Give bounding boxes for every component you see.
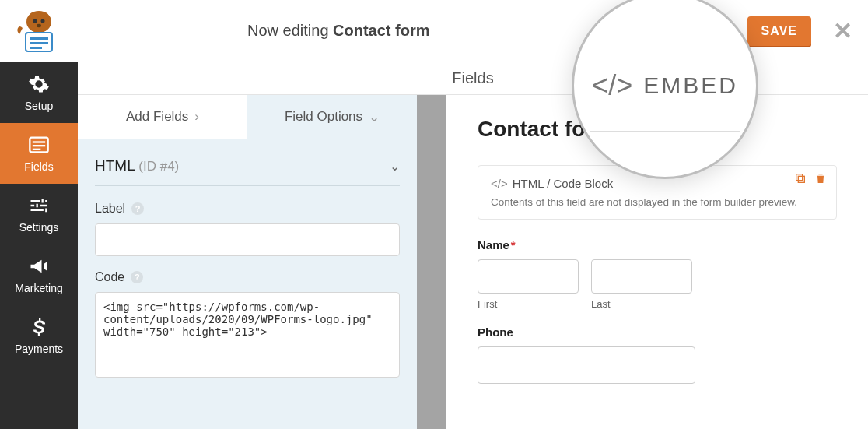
sidebar-item-label: Setup bbox=[25, 100, 54, 112]
phone-label: Phone bbox=[478, 325, 513, 339]
code-field-label: Code ? bbox=[95, 270, 400, 284]
first-name-input[interactable] bbox=[478, 259, 579, 294]
editing-title: Now editing Contact form bbox=[78, 22, 600, 40]
svg-rect-8 bbox=[30, 42, 48, 44]
sidebar-item-setup[interactable]: Setup bbox=[0, 62, 78, 123]
code-textarea[interactable] bbox=[95, 292, 400, 378]
phone-field: Phone bbox=[478, 325, 837, 384]
svg-rect-11 bbox=[33, 141, 45, 142]
tab-add-fields[interactable]: Add Fields › bbox=[78, 95, 247, 139]
fields-icon bbox=[28, 134, 50, 156]
chevron-down-icon: ⌄ bbox=[369, 109, 380, 125]
dollar-icon bbox=[28, 316, 50, 338]
gear-icon bbox=[28, 73, 50, 95]
sidebar-item-marketing[interactable]: Marketing bbox=[0, 244, 78, 305]
phone-input[interactable] bbox=[478, 346, 695, 384]
label-field-label: Label ? bbox=[95, 202, 400, 216]
chevron-right-icon: › bbox=[194, 109, 199, 125]
name-label: Name bbox=[478, 238, 509, 251]
close-icon[interactable]: ✕ bbox=[833, 17, 852, 44]
name-field: Name * First Last bbox=[478, 238, 837, 310]
field-type-label: HTML bbox=[95, 157, 135, 174]
sliders-icon bbox=[28, 195, 50, 216]
field-type-header[interactable]: HTML (ID #4) ⌄ bbox=[95, 157, 400, 186]
svg-rect-9 bbox=[30, 47, 42, 49]
sidebar-item-label: Marketing bbox=[15, 282, 62, 294]
help-icon[interactable]: ? bbox=[131, 202, 144, 215]
editing-prefix: Now editing bbox=[247, 22, 333, 39]
sidebar-item-label: Settings bbox=[19, 221, 59, 234]
svg-rect-15 bbox=[796, 174, 803, 181]
sidebar-item-settings[interactable]: Settings bbox=[0, 184, 78, 244]
svg-rect-7 bbox=[30, 37, 48, 40]
megaphone-icon bbox=[28, 255, 50, 277]
code-icon: </> bbox=[491, 177, 508, 190]
chevron-down-icon[interactable]: ⌄ bbox=[390, 159, 400, 174]
help-icon[interactable]: ? bbox=[131, 271, 143, 283]
tab-field-options[interactable]: Field Options ⌄ bbox=[247, 95, 417, 139]
duplicate-icon[interactable] bbox=[794, 172, 807, 185]
sidebar: Setup Fields Settings Marketing Payments bbox=[0, 62, 78, 429]
label-input[interactable] bbox=[95, 223, 400, 256]
html-block-title: HTML / Code Block bbox=[513, 177, 614, 190]
editing-form-name: Contact form bbox=[333, 22, 429, 39]
required-star: * bbox=[511, 238, 516, 251]
svg-rect-14 bbox=[798, 176, 804, 182]
svg-rect-13 bbox=[33, 149, 41, 150]
last-name-input[interactable] bbox=[591, 259, 692, 294]
first-sublabel: First bbox=[478, 298, 579, 310]
svg-point-4 bbox=[41, 19, 45, 23]
trash-icon[interactable] bbox=[814, 172, 827, 185]
code-icon: </> bbox=[592, 69, 632, 102]
html-block-description: Contents of this field are not displayed… bbox=[491, 196, 824, 208]
field-id-label: (ID #4) bbox=[138, 159, 179, 174]
last-sublabel: Last bbox=[591, 298, 692, 310]
sidebar-item-payments[interactable]: Payments bbox=[0, 305, 78, 366]
wpforms-logo bbox=[0, 0, 78, 62]
sidebar-item-label: Fields bbox=[24, 160, 53, 173]
sidebar-item-label: Payments bbox=[15, 343, 63, 355]
field-options-panel: Add Fields › Field Options ⌄ HTML (ID #4… bbox=[78, 95, 420, 429]
embed-magnifier-callout: </> EMBED bbox=[572, 0, 758, 179]
svg-point-5 bbox=[37, 23, 41, 26]
sidebar-item-fields[interactable]: Fields bbox=[0, 123, 78, 184]
save-button[interactable]: SAVE bbox=[747, 16, 811, 46]
svg-rect-12 bbox=[33, 145, 45, 146]
svg-point-3 bbox=[33, 19, 37, 23]
embed-magnified-label: EMBED bbox=[643, 72, 738, 99]
